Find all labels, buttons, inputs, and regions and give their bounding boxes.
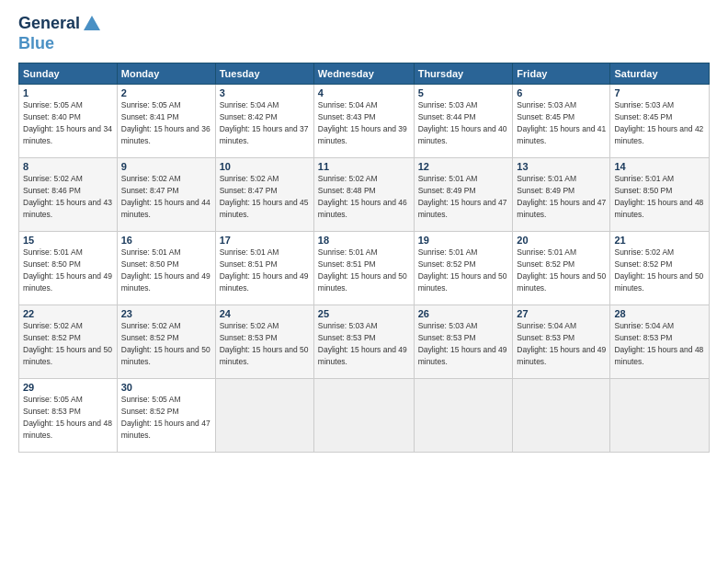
weekday-header-tuesday: Tuesday xyxy=(215,63,313,85)
day-cell: 25Sunrise: 5:03 AMSunset: 8:53 PMDayligh… xyxy=(313,305,414,379)
calendar-table: SundayMondayTuesdayWednesdayThursdayFrid… xyxy=(18,63,710,453)
day-cell: 7Sunrise: 5:03 AMSunset: 8:45 PMDaylight… xyxy=(610,85,710,158)
week-row-4: 22Sunrise: 5:02 AMSunset: 8:52 PMDayligh… xyxy=(19,305,710,379)
day-number: 14 xyxy=(614,161,705,172)
day-number: 16 xyxy=(121,235,211,246)
day-number: 17 xyxy=(220,235,310,246)
day-cell: 26Sunrise: 5:03 AMSunset: 8:53 PMDayligh… xyxy=(414,305,513,379)
day-number: 15 xyxy=(23,235,113,246)
day-number: 20 xyxy=(517,235,606,246)
day-cell: 16Sunrise: 5:01 AMSunset: 8:50 PMDayligh… xyxy=(117,232,215,305)
day-info: Sunrise: 5:03 AMSunset: 8:45 PMDaylight:… xyxy=(517,100,606,145)
day-cell: 30Sunrise: 5:05 AMSunset: 8:52 PMDayligh… xyxy=(117,379,215,453)
day-cell: 5Sunrise: 5:03 AMSunset: 8:44 PMDaylight… xyxy=(414,85,513,158)
day-info: Sunrise: 5:01 AMSunset: 8:49 PMDaylight:… xyxy=(418,174,507,219)
day-info: Sunrise: 5:01 AMSunset: 8:49 PMDaylight:… xyxy=(517,174,606,219)
day-cell: 27Sunrise: 5:04 AMSunset: 8:53 PMDayligh… xyxy=(513,305,610,379)
page-header: General Blue xyxy=(18,14,710,53)
day-info: Sunrise: 5:05 AMSunset: 8:53 PMDaylight:… xyxy=(23,395,112,440)
day-cell: 10Sunrise: 5:02 AMSunset: 8:47 PMDayligh… xyxy=(215,158,313,232)
day-cell: 29Sunrise: 5:05 AMSunset: 8:53 PMDayligh… xyxy=(19,379,118,453)
day-info: Sunrise: 5:02 AMSunset: 8:48 PMDaylight:… xyxy=(318,174,407,219)
day-number: 10 xyxy=(220,161,310,172)
weekday-header-sunday: Sunday xyxy=(19,63,118,85)
day-number: 11 xyxy=(318,161,410,172)
day-cell xyxy=(414,379,513,453)
week-row-5: 29Sunrise: 5:05 AMSunset: 8:53 PMDayligh… xyxy=(19,379,710,453)
day-number: 26 xyxy=(418,308,509,319)
day-info: Sunrise: 5:03 AMSunset: 8:44 PMDaylight:… xyxy=(418,100,507,145)
day-number: 25 xyxy=(318,308,410,319)
day-cell: 18Sunrise: 5:01 AMSunset: 8:51 PMDayligh… xyxy=(313,232,414,305)
day-number: 6 xyxy=(517,87,606,98)
day-cell xyxy=(215,379,313,453)
day-number: 29 xyxy=(23,382,113,393)
day-number: 23 xyxy=(121,308,211,319)
day-info: Sunrise: 5:01 AMSunset: 8:52 PMDaylight:… xyxy=(517,247,606,293)
day-number: 1 xyxy=(23,87,113,98)
weekday-header-monday: Monday xyxy=(117,63,215,85)
day-info: Sunrise: 5:02 AMSunset: 8:52 PMDaylight:… xyxy=(614,247,703,293)
day-info: Sunrise: 5:03 AMSunset: 8:45 PMDaylight:… xyxy=(614,100,703,145)
weekday-header-row: SundayMondayTuesdayWednesdayThursdayFrid… xyxy=(19,63,710,85)
day-cell: 11Sunrise: 5:02 AMSunset: 8:48 PMDayligh… xyxy=(313,158,414,232)
day-cell: 4Sunrise: 5:04 AMSunset: 8:43 PMDaylight… xyxy=(313,85,414,158)
week-row-3: 15Sunrise: 5:01 AMSunset: 8:50 PMDayligh… xyxy=(19,232,710,305)
day-cell: 1Sunrise: 5:05 AMSunset: 8:40 PMDaylight… xyxy=(19,85,118,158)
svg-marker-0 xyxy=(84,16,100,30)
day-cell xyxy=(513,379,610,453)
weekday-header-friday: Friday xyxy=(513,63,610,85)
day-number: 13 xyxy=(517,161,606,172)
day-cell: 8Sunrise: 5:02 AMSunset: 8:46 PMDaylight… xyxy=(19,158,118,232)
day-cell: 21Sunrise: 5:02 AMSunset: 8:52 PMDayligh… xyxy=(610,232,710,305)
weekday-header-saturday: Saturday xyxy=(610,63,710,85)
day-info: Sunrise: 5:03 AMSunset: 8:53 PMDaylight:… xyxy=(418,321,507,366)
day-info: Sunrise: 5:02 AMSunset: 8:52 PMDaylight:… xyxy=(23,321,112,366)
day-number: 27 xyxy=(517,308,606,319)
weekday-header-thursday: Thursday xyxy=(414,63,513,85)
day-number: 2 xyxy=(121,87,211,98)
day-info: Sunrise: 5:01 AMSunset: 8:52 PMDaylight:… xyxy=(418,247,507,293)
day-info: Sunrise: 5:02 AMSunset: 8:53 PMDaylight:… xyxy=(220,321,309,366)
week-row-1: 1Sunrise: 5:05 AMSunset: 8:40 PMDaylight… xyxy=(19,85,710,158)
day-info: Sunrise: 5:02 AMSunset: 8:52 PMDaylight:… xyxy=(121,321,210,366)
day-cell: 9Sunrise: 5:02 AMSunset: 8:47 PMDaylight… xyxy=(117,158,215,232)
day-info: Sunrise: 5:01 AMSunset: 8:50 PMDaylight:… xyxy=(23,247,112,293)
day-number: 7 xyxy=(614,87,705,98)
day-number: 24 xyxy=(220,308,310,319)
logo: General Blue xyxy=(18,14,102,53)
day-info: Sunrise: 5:05 AMSunset: 8:41 PMDaylight:… xyxy=(121,100,210,145)
day-number: 19 xyxy=(418,235,509,246)
day-info: Sunrise: 5:01 AMSunset: 8:51 PMDaylight:… xyxy=(318,247,407,293)
day-cell: 20Sunrise: 5:01 AMSunset: 8:52 PMDayligh… xyxy=(513,232,610,305)
day-number: 4 xyxy=(318,87,410,98)
day-cell xyxy=(313,379,414,453)
day-number: 8 xyxy=(23,161,113,172)
day-number: 28 xyxy=(614,308,705,319)
day-cell: 2Sunrise: 5:05 AMSunset: 8:41 PMDaylight… xyxy=(117,85,215,158)
logo-icon xyxy=(82,14,102,34)
day-cell: 19Sunrise: 5:01 AMSunset: 8:52 PMDayligh… xyxy=(414,232,513,305)
day-number: 3 xyxy=(220,87,310,98)
day-info: Sunrise: 5:02 AMSunset: 8:47 PMDaylight:… xyxy=(121,174,210,219)
day-number: 5 xyxy=(418,87,509,98)
day-number: 22 xyxy=(23,308,113,319)
day-info: Sunrise: 5:02 AMSunset: 8:46 PMDaylight:… xyxy=(23,174,112,219)
day-cell: 12Sunrise: 5:01 AMSunset: 8:49 PMDayligh… xyxy=(414,158,513,232)
day-cell: 14Sunrise: 5:01 AMSunset: 8:50 PMDayligh… xyxy=(610,158,710,232)
day-cell: 6Sunrise: 5:03 AMSunset: 8:45 PMDaylight… xyxy=(513,85,610,158)
day-cell: 22Sunrise: 5:02 AMSunset: 8:52 PMDayligh… xyxy=(19,305,118,379)
day-info: Sunrise: 5:01 AMSunset: 8:51 PMDaylight:… xyxy=(220,247,309,293)
day-info: Sunrise: 5:05 AMSunset: 8:52 PMDaylight:… xyxy=(121,395,210,440)
day-cell: 3Sunrise: 5:04 AMSunset: 8:42 PMDaylight… xyxy=(215,85,313,158)
day-info: Sunrise: 5:04 AMSunset: 8:53 PMDaylight:… xyxy=(614,321,703,366)
day-number: 18 xyxy=(318,235,410,246)
day-cell xyxy=(610,379,710,453)
day-info: Sunrise: 5:04 AMSunset: 8:42 PMDaylight:… xyxy=(220,100,309,145)
day-info: Sunrise: 5:04 AMSunset: 8:53 PMDaylight:… xyxy=(517,321,606,366)
logo-blue: Blue xyxy=(18,34,102,53)
logo-text: General xyxy=(18,15,80,33)
day-info: Sunrise: 5:02 AMSunset: 8:47 PMDaylight:… xyxy=(220,174,309,219)
day-info: Sunrise: 5:03 AMSunset: 8:53 PMDaylight:… xyxy=(318,321,407,366)
day-cell: 13Sunrise: 5:01 AMSunset: 8:49 PMDayligh… xyxy=(513,158,610,232)
